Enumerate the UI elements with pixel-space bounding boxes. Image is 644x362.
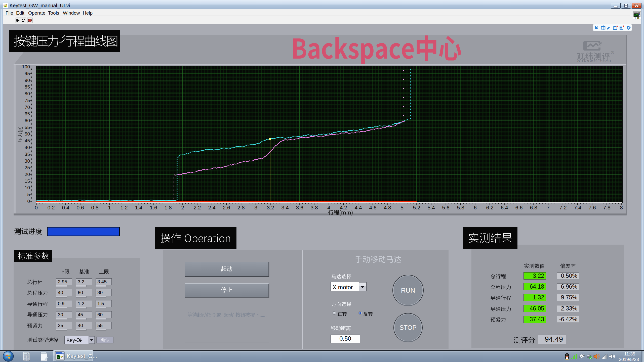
svg-text:RUN: RUN [401, 287, 415, 294]
svg-text:STOP: STOP [399, 324, 417, 331]
svg-text:1: 1 [634, 17, 636, 20]
svg-text:1: 1 [614, 27, 616, 29]
